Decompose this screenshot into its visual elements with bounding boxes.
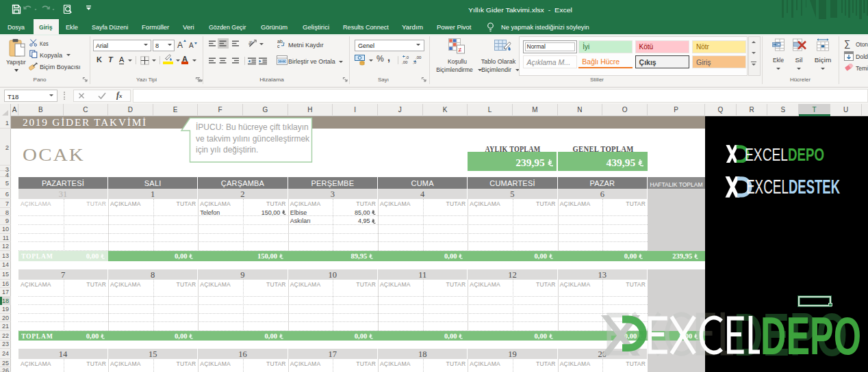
svg-text:ab: ab bbox=[277, 39, 283, 44]
svg-text:DESTEK: DESTEK bbox=[789, 176, 840, 198]
svg-text:DEPO: DEPO bbox=[761, 306, 861, 366]
svg-text:≠: ≠ bbox=[459, 46, 462, 53]
svg-text:EXCEL: EXCEL bbox=[745, 145, 788, 164]
svg-text:DEPO: DEPO bbox=[788, 145, 824, 164]
svg-text:EXCEL: EXCEL bbox=[746, 176, 789, 198]
svg-text:c: c bbox=[277, 44, 280, 49]
